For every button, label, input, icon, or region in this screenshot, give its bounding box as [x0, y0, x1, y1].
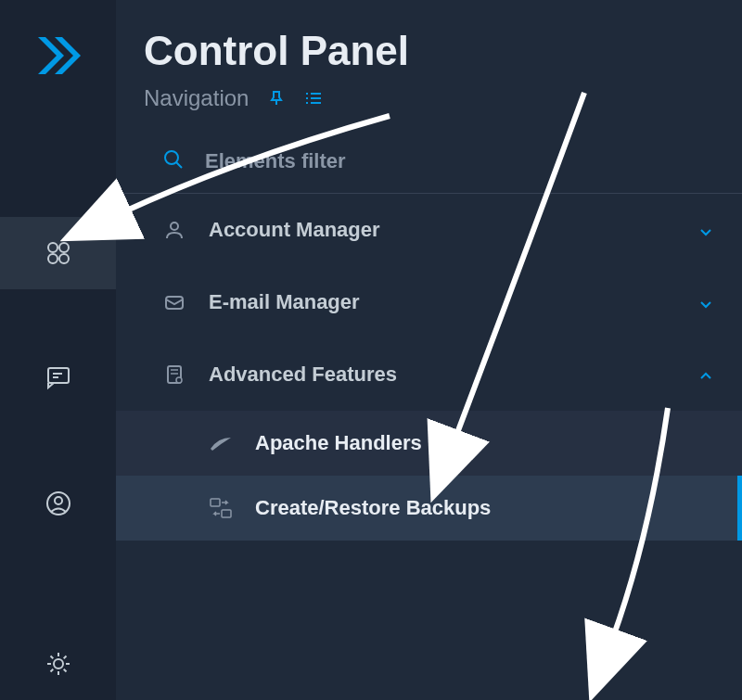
subtitle-label: Navigation	[144, 85, 249, 111]
menu-advanced-features[interactable]: Advanced Features	[116, 338, 742, 411]
search-input[interactable]	[205, 149, 714, 173]
search-icon	[162, 148, 185, 174]
panel-subtitle-row: Navigation	[144, 85, 714, 111]
chevron-down-icon	[697, 222, 714, 238]
menu-label: E-mail Manager	[209, 290, 360, 314]
menu-label: Advanced Features	[209, 363, 397, 387]
rail-messages[interactable]	[0, 340, 116, 413]
document-gear-icon	[162, 363, 186, 387]
gear-icon	[45, 650, 72, 678]
backup-icon	[209, 499, 233, 517]
panel-title: Control Panel	[144, 28, 714, 74]
svg-rect-19	[166, 297, 183, 309]
sub-item-label: Apache Handlers	[255, 431, 422, 455]
chevron-down-icon	[697, 294, 714, 311]
list-icon[interactable]	[304, 89, 323, 108]
svg-point-0	[48, 243, 58, 252]
feather-icon	[209, 434, 233, 452]
chat-icon	[45, 363, 72, 390]
menu-email-manager[interactable]: E-mail Manager	[116, 266, 742, 338]
user-circle-icon	[45, 490, 72, 517]
mail-icon	[162, 290, 186, 314]
svg-rect-25	[222, 510, 231, 517]
rail-profile[interactable]	[0, 468, 116, 541]
svg-point-16	[165, 151, 178, 164]
chevron-up-icon	[697, 366, 714, 383]
svg-point-3	[59, 254, 69, 263]
icon-rail	[0, 0, 116, 700]
menu-label: Account Manager	[209, 218, 380, 242]
pin-icon[interactable]	[267, 89, 286, 108]
rail-settings[interactable]	[0, 628, 116, 700]
menu-account-manager[interactable]: Account Manager	[116, 194, 742, 266]
grid-icon	[45, 239, 72, 267]
svg-point-9	[54, 659, 63, 668]
sub-item-label: Create/Restore Backups	[255, 496, 491, 520]
svg-point-23	[176, 377, 182, 383]
svg-line-17	[176, 162, 182, 168]
main-panel: Control Panel Navigation Account Manage	[116, 0, 742, 700]
rail-dashboard[interactable]	[0, 217, 116, 289]
user-icon	[162, 218, 186, 242]
app-logo-icon	[31, 28, 86, 87]
svg-point-8	[55, 497, 62, 504]
sub-apache-handlers[interactable]: Apache Handlers	[116, 411, 742, 476]
svg-rect-4	[48, 368, 69, 383]
svg-rect-24	[211, 499, 220, 506]
search-row	[116, 130, 742, 194]
svg-point-2	[48, 254, 58, 263]
svg-point-18	[171, 223, 178, 230]
svg-point-1	[59, 243, 69, 252]
sub-create-restore-backups[interactable]: Create/Restore Backups	[116, 476, 742, 541]
